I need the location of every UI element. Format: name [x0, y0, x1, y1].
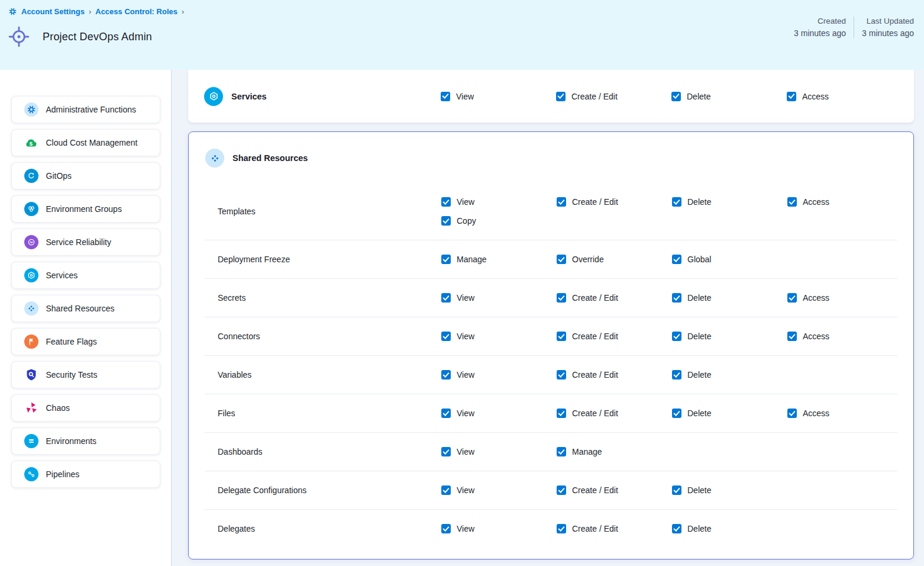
checkbox-checked-icon[interactable]: [672, 485, 681, 495]
breadcrumb-account-settings[interactable]: Account Settings: [21, 7, 85, 16]
permission-checkbox-delete[interactable]: Delete: [672, 196, 787, 208]
checkbox-checked-icon[interactable]: [441, 524, 451, 533]
permission-checkbox-access[interactable]: Access: [787, 407, 903, 419]
permission-checkbox-view[interactable]: View: [441, 523, 557, 535]
sidebar-item-services[interactable]: Services: [11, 262, 160, 289]
checkbox-checked-icon[interactable]: [672, 197, 681, 207]
permission-checkbox-view[interactable]: View: [441, 484, 557, 496]
checkbox-checked-icon[interactable]: [557, 370, 566, 380]
permission-checkbox-delete[interactable]: Delete: [672, 292, 787, 304]
permission-checkbox-delete[interactable]: Delete: [672, 407, 787, 419]
checkbox-checked-icon[interactable]: [441, 216, 451, 226]
checkbox-checked-icon[interactable]: [672, 293, 681, 303]
permission-checkbox-create-edit[interactable]: Create / Edit: [556, 91, 671, 102]
permission-checkbox-delete[interactable]: Delete: [671, 91, 787, 102]
checkbox-checked-icon[interactable]: [557, 485, 566, 495]
permission-checkbox-view[interactable]: View: [441, 292, 557, 304]
sidebar-item-environments[interactable]: Environments: [11, 427, 160, 455]
permission-checkbox-create-edit[interactable]: Create / Edit: [557, 292, 672, 304]
checkbox-checked-icon[interactable]: [557, 524, 566, 533]
checkbox-checked-icon[interactable]: [557, 197, 566, 207]
permission-checkbox-view[interactable]: View: [441, 91, 556, 102]
breadcrumb-separator: ›: [89, 7, 91, 16]
sidebar-item-cloud-cost-management[interactable]: $Cloud Cost Management: [11, 129, 160, 156]
checkbox-checked-icon[interactable]: [787, 197, 797, 207]
checkbox-checked-icon[interactable]: [787, 409, 797, 418]
permission-checkbox-access[interactable]: Access: [787, 91, 902, 102]
hexagon-icon: [24, 268, 38, 282]
checkbox-checked-icon[interactable]: [787, 92, 796, 101]
sidebar-item-security-tests[interactable]: Security Tests: [11, 361, 160, 388]
permission-checkbox-delete[interactable]: Delete: [672, 369, 787, 381]
permission-checkbox-view[interactable]: View: [441, 407, 557, 419]
permission-label: Access: [803, 292, 829, 304]
checkbox-checked-icon[interactable]: [557, 447, 566, 456]
sidebar-item-service-reliability[interactable]: Service Reliability: [11, 229, 160, 256]
permission-row-templates: TemplatesViewCopyCreate / EditDeleteAcce…: [205, 183, 897, 240]
permission-checkbox-view[interactable]: View: [441, 446, 557, 458]
gear-icon: [24, 102, 38, 117]
checkbox-checked-icon[interactable]: [441, 255, 451, 264]
checkbox-checked-icon[interactable]: [557, 409, 566, 418]
permission-checkbox-view[interactable]: View: [441, 330, 557, 342]
permission-checkbox-create-edit[interactable]: Create / Edit: [557, 407, 672, 419]
sidebar-item-environment-groups[interactable]: Environment Groups: [11, 195, 160, 223]
services-icon: [204, 87, 223, 106]
services-permission-cell: View: [441, 91, 556, 102]
sidebar-item-chaos[interactable]: Chaos: [11, 394, 160, 422]
checkbox-checked-icon[interactable]: [557, 293, 566, 303]
permission-checkbox-delete[interactable]: Delete: [672, 484, 787, 496]
checkbox-checked-icon[interactable]: [557, 332, 566, 341]
sidebar-item-feature-flags[interactable]: Feature Flags: [11, 328, 160, 355]
permission-cell: Create / Edit: [557, 484, 672, 496]
permission-checkbox-delete[interactable]: Delete: [672, 523, 787, 535]
sidebar-item-administrative-functions[interactable]: Administrative Functions: [11, 96, 160, 123]
checkbox-checked-icon[interactable]: [672, 255, 681, 264]
sidebar-item-gitops[interactable]: GitOps: [11, 162, 160, 189]
sidebar-item-shared-resources[interactable]: Shared Resources: [11, 295, 160, 322]
permission-label: Delete: [687, 196, 711, 208]
permission-checkbox-view[interactable]: View: [441, 196, 557, 208]
checkbox-checked-icon[interactable]: [441, 332, 451, 341]
permission-checkbox-create-edit[interactable]: Create / Edit: [557, 523, 672, 535]
checkbox-checked-icon[interactable]: [441, 92, 450, 101]
checkbox-checked-icon[interactable]: [441, 409, 451, 418]
checkbox-checked-icon[interactable]: [672, 409, 681, 418]
permission-cell: Delete: [672, 196, 787, 208]
permission-checkbox-delete[interactable]: Delete: [672, 330, 787, 342]
permission-checkbox-copy[interactable]: Copy: [441, 215, 557, 227]
permission-checkbox-global[interactable]: Global: [672, 253, 787, 265]
permission-checkbox-access[interactable]: Access: [787, 292, 903, 304]
checkbox-checked-icon[interactable]: [556, 92, 566, 101]
permission-checkbox-create-edit[interactable]: Create / Edit: [557, 484, 672, 496]
permission-checkbox-create-edit[interactable]: Create / Edit: [557, 330, 672, 342]
checkbox-checked-icon[interactable]: [787, 332, 797, 341]
checkbox-checked-icon[interactable]: [441, 197, 451, 207]
checkbox-checked-icon[interactable]: [672, 524, 681, 533]
checkbox-checked-icon[interactable]: [672, 370, 681, 380]
breadcrumb-access-control-roles[interactable]: Access Control: Roles: [95, 7, 177, 16]
checkbox-checked-icon[interactable]: [672, 332, 681, 341]
permission-checkbox-override[interactable]: Override: [557, 253, 672, 265]
permission-checkbox-create-edit[interactable]: Create / Edit: [557, 369, 672, 381]
permission-checkbox-access[interactable]: Access: [787, 330, 903, 342]
permission-checkbox-manage[interactable]: Manage: [557, 446, 672, 458]
sidebar-item-label: Feature Flags: [46, 337, 97, 346]
permission-checkbox-create-edit[interactable]: Create / Edit: [557, 196, 672, 208]
checkbox-checked-icon[interactable]: [441, 447, 451, 456]
permission-label: Delete: [687, 484, 711, 496]
sidebar-item-pipelines[interactable]: Pipelines: [11, 461, 160, 488]
checkbox-checked-icon[interactable]: [441, 370, 451, 380]
permission-label: View: [457, 446, 474, 458]
checkbox-checked-icon[interactable]: [787, 293, 797, 303]
resources-sidebar: Administrative Functions$Cloud Cost Mana…: [0, 70, 172, 566]
sidebar-item-label: Security Tests: [46, 370, 98, 380]
checkbox-checked-icon[interactable]: [557, 255, 566, 264]
permission-checkbox-view[interactable]: View: [441, 369, 557, 381]
permission-label: View: [457, 369, 474, 381]
checkbox-checked-icon[interactable]: [441, 293, 451, 303]
checkbox-checked-icon[interactable]: [671, 92, 681, 101]
checkbox-checked-icon[interactable]: [441, 485, 451, 495]
permission-checkbox-access[interactable]: Access: [787, 196, 903, 208]
permission-checkbox-manage[interactable]: Manage: [441, 253, 557, 265]
